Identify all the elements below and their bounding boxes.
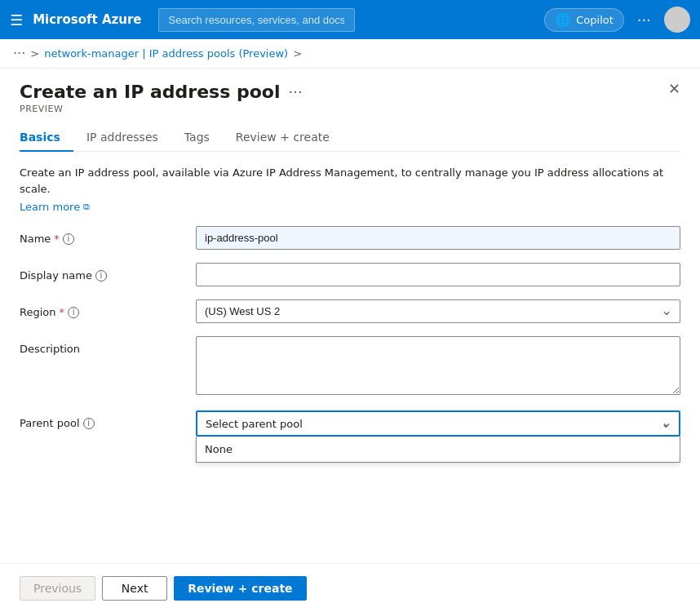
parent-pool-info-icon[interactable]: i [83, 418, 95, 429]
name-field-row: Name * i [20, 226, 680, 250]
top-navigation: ☰ Microsoft Azure 🌐 Copilot ··· [0, 0, 700, 39]
breadcrumb-more-button[interactable]: ··· [13, 46, 25, 61]
parent-pool-select-container: Select parent pool ⌄ None [196, 410, 680, 437]
region-select[interactable]: (US) West US 2 (US) East US (US) East US… [196, 299, 680, 323]
copilot-label: Copilot [576, 14, 614, 26]
parent-pool-placeholder: Select parent pool [206, 418, 303, 430]
tab-basics[interactable]: Basics [20, 124, 73, 152]
region-field-row: Region * i (US) West US 2 (US) East US (… [20, 299, 680, 323]
copilot-icon: 🌐 [555, 12, 571, 28]
display-name-input[interactable] [196, 263, 680, 286]
description-textarea[interactable] [196, 336, 680, 395]
display-name-field-row: Display name i [20, 263, 680, 286]
tab-review-create[interactable]: Review + create [223, 124, 343, 152]
description-field-row: Description [20, 336, 680, 397]
parent-pool-option-none[interactable]: None [197, 437, 680, 462]
required-indicator: * [54, 233, 60, 245]
name-input-container [196, 226, 680, 250]
region-info-icon[interactable]: i [68, 307, 79, 318]
learn-more-label: Learn more [20, 201, 80, 213]
chevron-down-icon: ⌄ [661, 417, 671, 430]
display-name-label: Display name i [20, 263, 183, 282]
display-name-info-icon[interactable]: i [95, 270, 107, 282]
preview-badge: PREVIEW [20, 104, 680, 114]
close-button[interactable]: ✕ [668, 82, 680, 96]
page-title-more-button[interactable]: ··· [288, 83, 302, 100]
avatar[interactable] [664, 7, 690, 33]
parent-pool-dropdown-menu: None [196, 437, 680, 463]
breadcrumb-separator-2: > [293, 47, 302, 60]
region-required-indicator: * [60, 306, 65, 318]
form-area: Create an IP address pool, available via… [20, 165, 680, 611]
copilot-button[interactable]: 🌐 Copilot [544, 8, 624, 32]
hamburger-menu-button[interactable]: ☰ [10, 11, 23, 29]
tab-bar: Basics IP addresses Tags Review + create [20, 124, 680, 152]
name-label: Name * i [20, 226, 183, 245]
previous-button[interactable]: Previous [20, 576, 95, 601]
azure-logo: Microsoft Azure [33, 12, 141, 27]
page-title: Create an IP address pool [20, 82, 280, 102]
external-link-icon: ⧉ [83, 202, 90, 212]
breadcrumb-network-manager-link[interactable]: network-manager | IP address pools (Prev… [44, 47, 288, 60]
footer: Previous Next Review + create [0, 563, 700, 612]
review-create-button[interactable]: Review + create [174, 576, 306, 601]
tab-tags[interactable]: Tags [171, 124, 223, 152]
next-button[interactable]: Next [102, 576, 167, 601]
name-input[interactable] [196, 226, 680, 250]
nav-more-button[interactable]: ··· [637, 11, 651, 29]
learn-more-link[interactable]: Learn more ⧉ [20, 201, 90, 213]
name-info-icon[interactable]: i [63, 233, 74, 245]
main-content: Create an IP address pool ··· ✕ PREVIEW … [0, 69, 700, 611]
breadcrumb-separator: > [30, 47, 39, 60]
region-label: Region * i [20, 299, 183, 318]
region-select-container: (US) West US 2 (US) East US (US) East US… [196, 299, 680, 323]
description-label: Description [20, 336, 183, 355]
breadcrumb: ··· > network-manager | IP address pools… [0, 39, 700, 69]
search-input[interactable] [158, 8, 356, 32]
parent-pool-field-row: Parent pool i Select parent pool ⌄ None [20, 410, 680, 437]
description-textarea-container [196, 336, 680, 397]
display-name-input-container [196, 263, 680, 286]
parent-pool-select[interactable]: Select parent pool ⌄ [196, 410, 680, 437]
parent-pool-label: Parent pool i [20, 410, 183, 429]
description-text: Create an IP address pool, available via… [20, 165, 680, 197]
tab-ip-addresses[interactable]: IP addresses [73, 124, 171, 152]
page-header: Create an IP address pool ··· ✕ [20, 82, 680, 102]
